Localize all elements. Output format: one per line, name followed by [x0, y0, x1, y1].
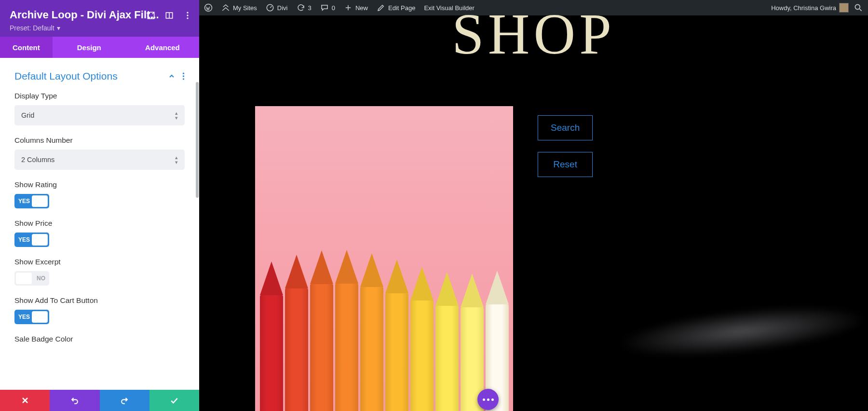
panel-header-actions — [146, 11, 192, 20]
section-header[interactable]: Default Layout Options — [0, 67, 199, 89]
show-rating-toggle[interactable]: YES — [14, 194, 49, 208]
edit-page-link[interactable]: Edit Page — [377, 3, 415, 12]
toggle-yes-label: YES — [18, 198, 30, 205]
redo-icon — [120, 396, 129, 405]
comments-link[interactable]: 0 — [320, 3, 335, 12]
site-link[interactable]: Divi — [266, 3, 288, 12]
cancel-button[interactable] — [0, 390, 50, 411]
section-title: Default Layout Options — [14, 70, 118, 82]
howdy-label: Howdy, Christina Gwira — [771, 4, 836, 12]
site-name-label: Divi — [277, 4, 288, 12]
select-caret-icon: ▴▾ — [175, 110, 178, 120]
field-columns-number: Columns Number 2 Columns ▴▾ — [0, 133, 199, 178]
scrollbar-thumb[interactable] — [196, 82, 199, 198]
pencil-graphic — [360, 253, 383, 411]
field-show-rating: Show Rating YES — [0, 178, 199, 216]
my-sites-link[interactable]: My Sites — [221, 3, 257, 12]
display-type-select[interactable]: Grid ▴▾ — [14, 105, 185, 125]
columns-icon[interactable] — [164, 11, 174, 20]
display-type-value: Grid — [21, 111, 34, 119]
section-more-icon[interactable] — [182, 72, 185, 81]
search-button[interactable]: Search — [538, 115, 593, 140]
my-sites-label: My Sites — [233, 4, 257, 12]
new-link[interactable]: New — [344, 3, 368, 12]
svg-point-5 — [187, 17, 188, 19]
close-icon — [20, 396, 30, 405]
field-sale-badge-color: Sale Badge Color — [0, 332, 199, 356]
display-type-label: Display Type — [14, 92, 185, 100]
toggle-knob — [16, 273, 32, 284]
show-add-to-cart-toggle[interactable]: YES — [14, 310, 49, 324]
howdy-link[interactable]: Howdy, Christina Gwira — [771, 3, 849, 13]
show-price-toggle[interactable]: YES — [14, 233, 49, 247]
edit-page-label: Edit Page — [388, 4, 415, 12]
svg-point-4 — [187, 14, 188, 16]
element-actions-fab[interactable] — [477, 389, 499, 410]
tab-advanced[interactable]: Advanced — [126, 37, 199, 58]
settings-panel: Archive Loop - Divi Ajax Filt... Preset:… — [0, 0, 199, 411]
filter-buttons: Search Reset — [538, 115, 593, 177]
toggle-no-label: NO — [37, 275, 45, 282]
toggle-yes-label: YES — [18, 236, 30, 243]
comments-count: 0 — [332, 4, 335, 12]
select-caret-icon: ▴▾ — [175, 155, 178, 164]
toggle-yes-label: YES — [18, 314, 30, 320]
page-stage[interactable]: SHOP Search Reset — [199, 15, 868, 411]
show-price-label: Show Price — [14, 219, 185, 228]
pencil-graphic — [310, 250, 333, 411]
field-display-type: Display Type Grid ▴▾ — [0, 89, 199, 133]
gauge-icon — [266, 3, 274, 12]
svg-point-3 — [187, 12, 188, 14]
more-vertical-icon[interactable] — [183, 11, 192, 20]
wp-logo[interactable] — [204, 3, 213, 12]
columns-number-value: 2 Columns — [21, 156, 54, 164]
columns-number-select[interactable]: 2 Columns ▴▾ — [14, 150, 185, 170]
panel-footer — [0, 390, 199, 411]
caret-down-icon: ▾ — [57, 24, 60, 32]
show-excerpt-label: Show Excerpt — [14, 258, 185, 266]
svg-point-8 — [183, 78, 184, 80]
product-image[interactable] — [255, 106, 513, 411]
pencil-graphic — [410, 267, 434, 411]
undo-icon — [70, 396, 80, 405]
pencil-graphic — [435, 272, 459, 411]
chevron-up-icon[interactable] — [168, 72, 176, 80]
pencil-graphic — [335, 250, 358, 411]
toggle-knob — [32, 195, 48, 207]
preset-label: Preset: Default — [10, 24, 54, 32]
field-show-add-to-cart: Show Add To Cart Button YES — [0, 293, 199, 332]
new-label: New — [355, 4, 368, 12]
tab-content[interactable]: Content — [0, 37, 53, 58]
field-show-price: Show Price YES — [0, 216, 199, 255]
pencil-graphic — [385, 260, 408, 411]
comment-icon — [320, 3, 329, 12]
background-streak — [616, 297, 868, 366]
expand-icon[interactable] — [146, 11, 156, 20]
pencil-graphic — [285, 255, 308, 411]
show-add-to-cart-label: Show Add To Cart Button — [14, 296, 185, 305]
preset-selector[interactable]: Preset: Default ▾ — [10, 24, 190, 32]
avatar — [839, 3, 849, 13]
updates-link[interactable]: 3 — [297, 3, 312, 12]
pencil-graphic — [461, 274, 484, 411]
sites-icon — [221, 3, 230, 12]
updates-count: 3 — [308, 4, 312, 12]
panel-header: Archive Loop - Divi Ajax Filt... Preset:… — [0, 0, 199, 37]
pencil-graphic — [260, 261, 283, 411]
toggle-knob — [32, 234, 48, 246]
svg-point-6 — [183, 73, 184, 74]
toggle-knob — [32, 311, 48, 323]
pencil-icon — [377, 3, 385, 12]
save-button[interactable] — [149, 390, 199, 411]
tab-design[interactable]: Design — [53, 37, 126, 58]
show-rating-label: Show Rating — [14, 180, 185, 189]
search-icon[interactable] — [854, 3, 863, 13]
redo-button[interactable] — [100, 390, 149, 411]
preview-area: My Sites Divi 3 0 New Edit Page Exit Vis… — [199, 0, 868, 411]
undo-button[interactable] — [50, 390, 99, 411]
show-excerpt-toggle[interactable]: NO — [14, 271, 49, 286]
refresh-icon — [297, 3, 305, 12]
reset-button[interactable]: Reset — [538, 152, 593, 177]
svg-line-16 — [860, 9, 862, 11]
panel-body: Default Layout Options Display Type Grid… — [0, 58, 199, 390]
